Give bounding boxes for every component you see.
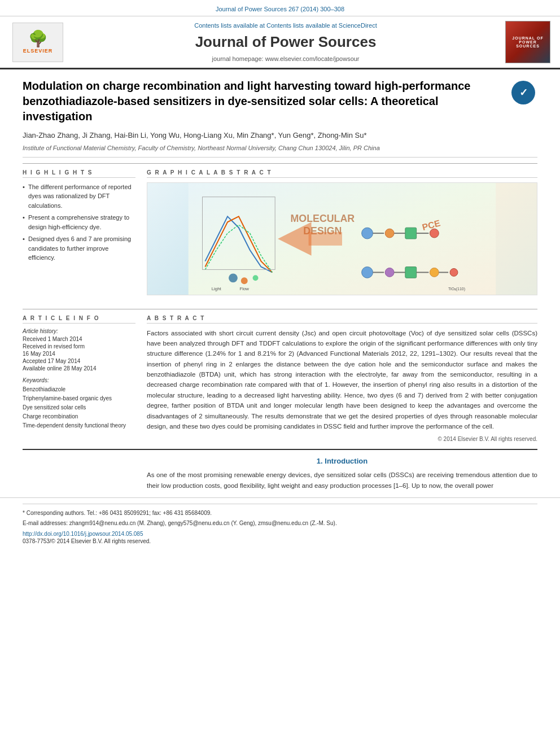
email-note: E-mail addresses: zhangm914@nenu.edu.cn … — [23, 519, 537, 527]
svg-rect-8 — [309, 232, 342, 246]
svg-point-10 — [362, 228, 373, 239]
page: Journal of Power Sources 267 (2014) 300–… — [0, 0, 560, 550]
article-content: Modulation on charge recombination and l… — [0, 69, 560, 497]
date-online: Available online 28 May 2014 — [23, 365, 135, 372]
journal-cover-section: JOURNAL OFPOWERSOURCES — [502, 21, 553, 68]
keyword-3: Dye sensitized solar cells — [23, 403, 135, 412]
date-received: Received 1 March 2014 — [23, 336, 135, 342]
date-revised-label: Received in revised form — [23, 343, 135, 350]
sciencedirect-prefix: Contents lists available at — [194, 22, 266, 29]
intro-right: 1. Introduction As one of the most promi… — [147, 457, 537, 491]
svg-rect-14 — [405, 228, 417, 239]
keyword-5: Time-dependent density functional theory — [23, 421, 135, 430]
keywords-list: Benzothiadiazole Triphenylamine-based or… — [23, 385, 135, 430]
graphical-abstract-image: MOLECULAR DESIGN PCE — [147, 182, 537, 295]
elsevier-logo: 🌳 ELSEVIER — [12, 23, 63, 62]
article-title-section: Modulation on charge recombination and l… — [23, 78, 537, 158]
corresponding-author-note: * Corresponding authors. Tel.: +86 0431 … — [23, 509, 537, 517]
graphical-abstract-svg: MOLECULAR DESIGN PCE — [147, 183, 537, 295]
highlight-item-3: Designed dyes 6 and 7 are promising cand… — [23, 234, 135, 263]
intro-text: As one of the most promising renewable e… — [147, 470, 537, 491]
keyword-1: Benzothiadiazole — [23, 385, 135, 394]
highlights-graphical-section: H I G H L I G H T S The different perfor… — [23, 163, 537, 303]
elsevier-logo-section: 🌳 ELSEVIER — [7, 21, 69, 68]
highlight-item-1: The different performance of reported dy… — [23, 182, 135, 211]
highlights-column: H I G H L I G H T S The different perfor… — [23, 169, 135, 303]
issn-line: 0378-7753/© 2014 Elsevier B.V. All right… — [23, 538, 537, 544]
svg-point-23 — [430, 268, 439, 277]
author-affiliation: Institute of Functional Material Chemist… — [23, 145, 504, 151]
copyright-line: © 2014 Elsevier B.V. All rights reserved… — [147, 436, 537, 442]
svg-point-12 — [385, 229, 394, 238]
article-history-label: Article history: — [23, 328, 135, 334]
keywords-label: Keywords: — [23, 377, 135, 383]
keyword-4: Charge recombination — [23, 412, 135, 421]
graphical-abstract-label: G R A P H I C A L A B S T R A C T — [147, 169, 537, 178]
crossmark-logo: ✓ — [509, 78, 537, 107]
graphical-abstract-column: G R A P H I C A L A B S T R A C T — [147, 169, 537, 303]
svg-text:TiO₂(110): TiO₂(110) — [448, 287, 465, 291]
svg-point-19 — [385, 268, 394, 277]
article-info-label: A R T I C L E I N F O — [23, 315, 135, 324]
journal-homepage: journal homepage: www.elsevier.com/locat… — [212, 55, 359, 62]
graphical-abstract-section: G R A P H I C A L A B S T R A C T — [147, 169, 537, 295]
svg-text:Light: Light — [212, 286, 222, 291]
doi-link[interactable]: http://dx.doi.org/10.1016/j.jpowsour.201… — [23, 531, 537, 537]
intro-left-space — [23, 457, 135, 491]
highlights-section: H I G H L I G H T S The different perfor… — [23, 169, 135, 263]
svg-point-2 — [241, 277, 248, 284]
abstract-section: A B S T R A C T Factors associated with … — [147, 315, 537, 443]
article-title: Modulation on charge recombination and l… — [23, 78, 504, 124]
highlights-label: H I G H L I G H T S — [23, 169, 135, 178]
article-title-text: Modulation on charge recombination and l… — [23, 78, 504, 151]
top-bar: Journal of Power Sources 267 (2014) 300–… — [0, 0, 560, 16]
journal-header-center: Contents lists available at Contents lis… — [75, 21, 497, 68]
tree-icon: 🌳 — [28, 31, 48, 47]
cover-label: JOURNAL OFPOWERSOURCES — [512, 36, 543, 48]
svg-point-16 — [430, 229, 439, 238]
keyword-2: Triphenylamine-based organic dyes — [23, 394, 135, 403]
article-info-abstract-section: A R T I C L E I N F O Article history: R… — [23, 309, 537, 443]
introduction-section: 1. Introduction As one of the most promi… — [23, 457, 537, 491]
highlight-item-2: Present a comprehensive strategy to desi… — [23, 213, 135, 231]
intro-heading: 1. Introduction — [147, 457, 537, 465]
svg-point-1 — [229, 273, 238, 282]
journal-cover-image: JOURNAL OFPOWERSOURCES — [505, 21, 550, 63]
article-authors: Jian-Zhao Zhang, Ji Zhang, Hai-Bin Li, Y… — [23, 130, 504, 141]
svg-rect-21 — [405, 267, 417, 278]
sciencedirect-text: Contents lists available at Contents lis… — [194, 22, 377, 29]
date-revised: 16 May 2014 — [23, 351, 135, 357]
sciencedirect-name[interactable]: Contents lists available at ScienceDirec… — [266, 22, 377, 29]
keywords-block: Keywords: Benzothiadiazole Triphenylamin… — [23, 377, 135, 430]
footnotes-divider — [23, 504, 537, 504]
elsevier-label: ELSEVIER — [23, 48, 53, 54]
section-divider — [23, 449, 537, 450]
svg-text:MOLECULAR: MOLECULAR — [290, 213, 355, 224]
crossmark-icon: ✓ — [511, 81, 535, 104]
journal-header: 🌳 ELSEVIER Contents lists available at C… — [0, 16, 560, 69]
corresponding-label: * Corresponding authors. Tel.: +86 0431 … — [23, 510, 212, 516]
journal-title: Journal of Power Sources — [195, 33, 377, 51]
email-label: E-mail addresses: zhangm914@nenu.edu.cn … — [23, 520, 337, 526]
article-history-block: Article history: Received 1 March 2014 R… — [23, 328, 135, 372]
svg-point-3 — [253, 275, 259, 281]
footnotes-section: * Corresponding authors. Tel.: +86 0431 … — [0, 497, 560, 550]
date-accepted: Accepted 17 May 2014 — [23, 358, 135, 364]
abstract-text: Factors associated with short circuit cu… — [147, 328, 537, 432]
article-info-section: A R T I C L E I N F O Article history: R… — [23, 315, 135, 443]
journal-citation: Journal of Power Sources 267 (2014) 300–… — [216, 6, 344, 12]
svg-text:Flow: Flow — [239, 286, 249, 291]
abstract-label: A B S T R A C T — [147, 315, 537, 324]
svg-point-25 — [450, 268, 458, 276]
svg-point-17 — [362, 267, 373, 278]
